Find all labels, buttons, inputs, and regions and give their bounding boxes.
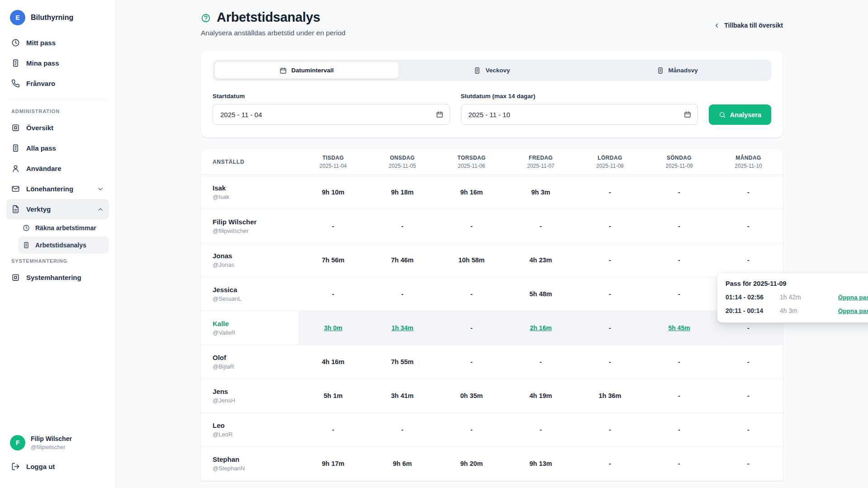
worktime-value: 9h 10m [322, 189, 345, 196]
table-row: Olof@BijtaR4h 16m7h 55m----- [201, 345, 783, 379]
worktime-value: 9h 6m [393, 460, 412, 467]
employee-cell: Stephan@StephanN [201, 447, 299, 480]
employee-handle: @SessanL [213, 295, 299, 302]
employee-cell: Jens@JensH [201, 379, 299, 412]
shift-time: 01:14 - 02:56 [726, 294, 776, 301]
help-circle-icon[interactable] [201, 13, 211, 23]
start-date-field: Startdatum [213, 93, 450, 125]
day-name: LÖRDAG [598, 155, 622, 161]
worktime-value: 9h 3m [531, 189, 550, 196]
empty-value: - [609, 256, 611, 264]
table-header-row: ANSTÄLLDTISDAG2025-11-04ONSDAG2025-11-05… [201, 149, 783, 175]
worktime-cell: - [575, 243, 645, 277]
open-shift-link[interactable]: 5h 45m [668, 324, 690, 332]
worktime-cell: - [714, 243, 783, 277]
empty-value: - [470, 426, 473, 433]
list-icon [23, 242, 30, 249]
sidebar-item-mina-pass[interactable]: Mina pass [6, 53, 109, 73]
worktime-cell: - [575, 311, 645, 345]
worktime-cell: - [645, 243, 714, 277]
calendar-icon[interactable] [684, 111, 691, 118]
sidebar-item-label: Frånvaro [26, 80, 55, 87]
analyze-button[interactable]: Analysera [709, 104, 771, 125]
sidebar-item-alla-pass[interactable]: Alla pass [6, 138, 109, 158]
worktime-cell: - [714, 345, 783, 379]
worktime-value: 10h 58m [458, 256, 484, 264]
overview-icon [11, 123, 20, 132]
section-label-systemhantering: SYSTEMHANTERING [6, 254, 109, 267]
empty-value: - [540, 223, 542, 230]
end-date-input[interactable] [468, 110, 680, 119]
start-date-input[interactable] [219, 110, 432, 119]
empty-value: - [747, 189, 749, 196]
sidebar-item-label: Systemhantering [26, 274, 81, 281]
user-avatar: F [10, 435, 25, 450]
open-shift-link[interactable]: 2h 16m [530, 324, 551, 332]
empty-value: - [332, 223, 334, 230]
worktime-value: 1h 36m [599, 392, 621, 399]
empty-value: - [678, 460, 680, 467]
sidebar-item-lonehantering[interactable]: Lönehantering [6, 179, 109, 199]
phone-icon [11, 79, 20, 88]
logout-icon [11, 462, 20, 471]
worktime-value: 7h 55m [391, 358, 414, 365]
sidebar-item-rakna-arbetstimmar[interactable]: Räkna arbetstimmar [18, 219, 109, 237]
worktime-cell: - [299, 277, 368, 311]
employee-handle: @Isak [213, 194, 299, 200]
worktime-cell: 7h 55m [368, 345, 437, 379]
logout-button[interactable]: Logga ut [6, 457, 109, 476]
sidebar-item-label: Alla pass [26, 144, 56, 152]
sidebar-item-oversikt[interactable]: Översikt [6, 118, 109, 138]
back-to-overview-link[interactable]: Tillbaka till översikt [713, 22, 783, 29]
worktime-cell: 5h 48m [506, 277, 575, 311]
employee-name: Filip Wilscher [213, 218, 299, 226]
worktime-value: 9h 17m [322, 460, 345, 467]
column-header-day: ONSDAG2025-11-05 [368, 149, 437, 175]
employee-handle: @BijtaR [213, 363, 299, 370]
sidebar-item-systemhantering[interactable]: Systemhantering [6, 267, 109, 288]
shift-time: 20:11 - 00:14 [726, 307, 776, 314]
sidebar-item-anvandare[interactable]: Användare [6, 158, 109, 179]
tab-veckovy[interactable]: Veckovy [400, 62, 584, 79]
shift-popover: Pass för 2025-11-09 01:14 - 02:561h 42mÖ… [717, 273, 868, 322]
worktime-cell: 9h 13m [506, 447, 575, 480]
open-shift-link[interactable]: 3h 0m [324, 324, 342, 332]
sidebar-item-label: Lönehantering [26, 185, 73, 193]
tab-label: Datumintervall [291, 67, 334, 74]
worktime-cell: 7h 46m [368, 243, 437, 277]
brand: E Biluthyrning [6, 9, 109, 33]
open-shift-link[interactable]: Öppna pass [838, 294, 868, 301]
column-header-employee: ANSTÄLLD [201, 149, 299, 175]
worktime-cell: - [506, 209, 575, 243]
worktime-value: 3h 41m [391, 392, 414, 399]
open-shift-link[interactable]: 1h 34m [391, 324, 413, 332]
sidebar-item-label: Arbetstidsanalys [35, 242, 86, 249]
sidebar-item-mitt-pass[interactable]: Mitt pass [6, 33, 109, 53]
worktime-cell: - [506, 345, 575, 379]
employee-cell: Jessica@SessanL [201, 277, 299, 311]
empty-value: - [332, 426, 334, 433]
worktime-cell: - [368, 277, 437, 311]
worktime-value: 4h 23m [530, 256, 552, 264]
worktime-cell: 7h 56m [299, 243, 368, 277]
back-link-label: Tillbaka till översikt [724, 22, 783, 29]
mail-icon [11, 185, 20, 193]
user-icon [11, 164, 20, 173]
calendar-icon[interactable] [436, 111, 443, 118]
worktime-cell: - [645, 379, 714, 412]
tab-datumintervall[interactable]: Datumintervall [215, 62, 398, 79]
employee-name: Isak [213, 184, 299, 192]
tab-label: Veckovy [485, 67, 510, 74]
open-shift-link[interactable]: Öppna pass [838, 308, 868, 314]
empty-value: - [747, 358, 749, 365]
sidebar-divider [9, 99, 106, 99]
sidebar-item-arbetstidsanalys[interactable]: Arbetstidsanalys [18, 237, 109, 254]
sidebar-item-franvaro[interactable]: Frånvaro [6, 73, 109, 94]
empty-value: - [678, 392, 680, 399]
employee-name: Stephan [213, 455, 299, 463]
worktime-cell: - [714, 379, 783, 412]
sidebar-item-verktyg[interactable]: Verktyg [6, 199, 109, 219]
tab-manadsvy[interactable]: Månadsvy [585, 62, 769, 79]
empty-value: - [470, 324, 473, 332]
end-date-label: Slutdatum (max 14 dagar) [461, 93, 698, 99]
